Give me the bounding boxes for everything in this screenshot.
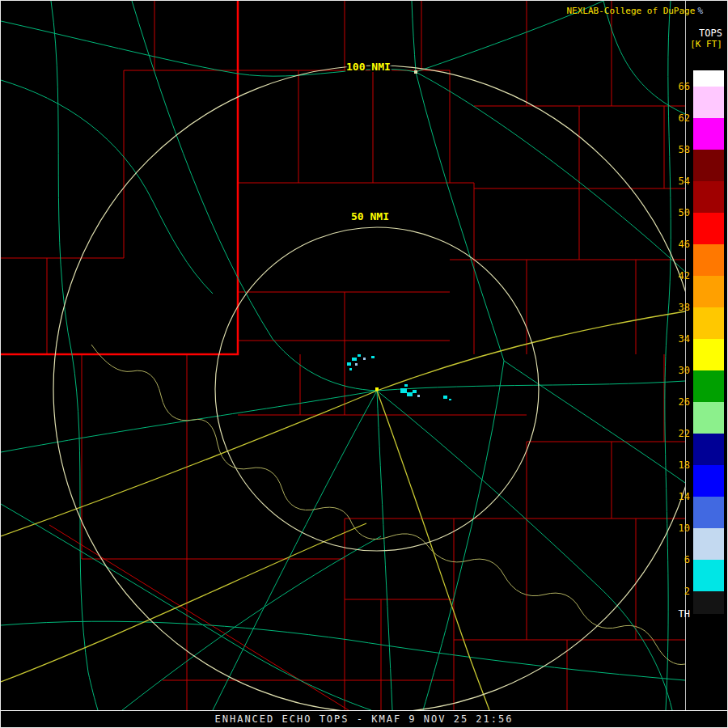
echo-cell — [347, 362, 351, 366]
radar-display-frame: 100 NMI 50 NMI NEXLAB-College of DuPage%… — [0, 0, 728, 728]
road-layer — [1, 1, 685, 710]
colorbar-swatch — [693, 307, 724, 339]
ring-label-100nmi: 100 NMI — [346, 61, 391, 73]
colorbar-swatch — [693, 244, 724, 276]
range-ring-100nmi — [53, 66, 686, 710]
colorbar-label: 58 — [674, 144, 690, 155]
echo-cell — [363, 358, 366, 360]
state-border — [1, 1, 238, 354]
county-boundary-layer — [1, 1, 685, 710]
colorbar-swatch — [693, 591, 724, 614]
colorbar-label: 14 — [674, 491, 690, 502]
footer-bar: ENHANCED ECHO TOPS - KMAF 9 NOV 25 21:56 — [1, 710, 727, 727]
colorbar-label: 34 — [674, 333, 690, 345]
colorbar-swatch — [693, 560, 724, 591]
echo-cell — [352, 358, 357, 361]
colorbar-label: 42 — [674, 270, 690, 281]
colorbar-label: 30 — [674, 365, 690, 376]
colorbar-label: 38 — [674, 302, 690, 313]
colorbar-swatch — [693, 465, 724, 497]
colorbar-label: 18 — [674, 459, 690, 471]
echo-cell — [417, 395, 420, 397]
colorbar-swatch — [693, 213, 724, 244]
colorbar-label: 10 — [674, 523, 690, 534]
brand-label: NEXLAB-College of DuPage — [566, 6, 695, 16]
colorbar-label: 6 — [674, 554, 690, 565]
colorbar-label: 66 — [674, 81, 690, 92]
echo-cell — [400, 388, 407, 393]
range-ring-layer — [53, 66, 686, 710]
ring-label-50nmi: 50 NMI — [351, 210, 389, 222]
colorbar-header: TOPS [K FT] — [690, 28, 722, 49]
colorbar-swatch — [693, 434, 724, 465]
colorbar-label: 26 — [674, 396, 690, 408]
colorbar-swatch — [693, 402, 724, 434]
colorbar-label: 22 — [674, 428, 690, 439]
echo-cell — [355, 363, 358, 366]
colorbar-swatch — [693, 150, 724, 181]
colorbar-swatch — [693, 181, 724, 213]
colorbar: 66625854504642383430262218141062TH — [674, 70, 724, 614]
echo-cell — [358, 354, 361, 357]
colorbar-label: 50 — [674, 207, 690, 218]
echo-cell — [443, 396, 447, 399]
colorbar-unit: [K FT] — [690, 39, 722, 49]
colorbar-label: TH — [674, 608, 690, 620]
colorbar-swatch — [693, 528, 724, 560]
colorbar-label: 62 — [674, 112, 690, 124]
colorbar-swatch — [693, 276, 724, 307]
colorbar-swatch — [693, 339, 724, 370]
colorbar-label: 54 — [674, 176, 690, 187]
echo-cell — [413, 390, 417, 393]
colorbar-swatch — [693, 70, 724, 87]
colorbar-swatch — [693, 497, 724, 528]
city-marker — [414, 70, 417, 74]
echo-cell — [407, 392, 413, 396]
echo-cell — [404, 384, 408, 387]
brand-text: NEXLAB-College of DuPage% — [566, 6, 703, 16]
colorbar-swatch — [693, 118, 724, 150]
colorbar-segment: 66 — [674, 70, 724, 87]
echo-cell — [371, 356, 375, 358]
colorbar-swatch — [693, 370, 724, 402]
echo-cell — [449, 399, 451, 400]
radar-site-marker — [375, 387, 379, 391]
echo-cell — [349, 368, 352, 370]
colorbar-label: 2 — [674, 586, 690, 597]
cod-logo-icon: % — [697, 6, 703, 16]
colorbar-swatch — [693, 87, 724, 118]
colorbar-label: 46 — [674, 239, 690, 250]
colorbar-title: TOPS — [690, 28, 722, 39]
radar-map: 100 NMI 50 NMI — [1, 1, 686, 710]
footer-text: ENHANCED ECHO TOPS - KMAF 9 NOV 25 21:56 — [215, 713, 514, 725]
